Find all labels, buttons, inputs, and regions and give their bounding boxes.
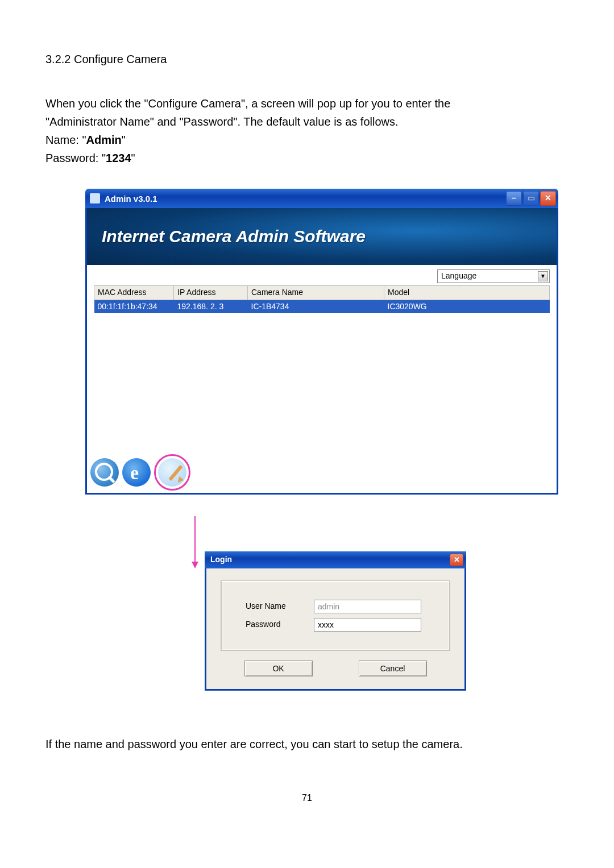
- close-icon[interactable]: ✕: [450, 554, 463, 566]
- after-text: If the name and password you enter are c…: [45, 736, 569, 752]
- minimize-button[interactable]: –: [506, 191, 522, 206]
- page-number: 71: [45, 792, 569, 804]
- admin-banner: Internet Camera Admin Software: [87, 208, 557, 265]
- ok-button[interactable]: OK: [244, 661, 313, 676]
- configure-camera-icon[interactable]: [158, 458, 186, 487]
- maximize-button[interactable]: ▭: [523, 191, 539, 206]
- browser-icon[interactable]: [122, 458, 151, 487]
- col-camera-name[interactable]: Camera Name: [248, 286, 384, 300]
- cell-ip: 192.168. 2. 3: [174, 300, 248, 313]
- login-title: Login: [210, 554, 232, 566]
- intro-line-1: When you click the "Configure Camera", a…: [45, 95, 569, 111]
- section-heading: 3.2.2 Configure Camera: [45, 51, 569, 67]
- default-password-value: 1234: [106, 152, 131, 164]
- col-mac[interactable]: MAC Address: [94, 286, 174, 300]
- password-label: Password: [246, 619, 314, 630]
- login-dialog: Login ✕ User Name Password OK Cancel: [205, 551, 466, 691]
- login-fields-group: User Name Password: [221, 581, 450, 650]
- screenshot-area: Admin v3.0.1 – ▭ ✕ Internet Camera Admin…: [85, 189, 558, 691]
- pass-label-post: ": [131, 152, 135, 164]
- search-icon[interactable]: [90, 458, 119, 487]
- default-password-line: Password: "1234": [45, 150, 569, 166]
- callout-arrow: [194, 516, 196, 567]
- col-model[interactable]: Model: [384, 286, 550, 300]
- language-dropdown[interactable]: Language ▼: [437, 269, 550, 283]
- admin-body: Language ▼ MAC Address IP Address: [87, 265, 557, 455]
- cell-camera-name: IC-1B4734: [248, 300, 384, 313]
- table-empty-area: [94, 313, 550, 455]
- name-label-pre: Name: ": [45, 134, 86, 146]
- camera-table: MAC Address IP Address Camera Name Model…: [94, 285, 550, 313]
- close-button[interactable]: ✕: [540, 191, 556, 206]
- default-name-value: Admin: [86, 134, 122, 146]
- language-dropdown-label: Language: [441, 271, 476, 282]
- cancel-button[interactable]: Cancel: [359, 661, 427, 676]
- admin-toolbar: [87, 455, 557, 493]
- name-label-post: ": [122, 134, 126, 146]
- cell-model: IC3020WG: [384, 300, 550, 313]
- admin-titlebar: Admin v3.0.1 – ▭ ✕: [85, 189, 558, 208]
- login-titlebar: Login ✕: [205, 551, 466, 568]
- pass-label-pre: Password: ": [45, 152, 106, 164]
- intro-line-2: "Administrator Name" and "Password". The…: [45, 114, 569, 130]
- chevron-down-icon: ▼: [538, 271, 548, 281]
- username-label: User Name: [246, 601, 314, 612]
- password-input[interactable]: [314, 618, 421, 632]
- configure-camera-highlight: [154, 454, 190, 491]
- table-row[interactable]: 00:1f:1f:1b:47:34 192.168. 2. 3 IC-1B473…: [94, 300, 550, 313]
- cell-mac: 00:1f:1f:1b:47:34: [94, 300, 174, 313]
- username-input[interactable]: [314, 600, 421, 613]
- admin-title: Admin v3.0.1: [105, 193, 157, 205]
- app-icon: [90, 193, 100, 203]
- col-ip[interactable]: IP Address: [174, 286, 248, 300]
- admin-window: Admin v3.0.1 – ▭ ✕ Internet Camera Admin…: [85, 189, 558, 495]
- table-header-row: MAC Address IP Address Camera Name Model: [94, 286, 550, 300]
- default-name-line: Name: "Admin": [45, 132, 569, 148]
